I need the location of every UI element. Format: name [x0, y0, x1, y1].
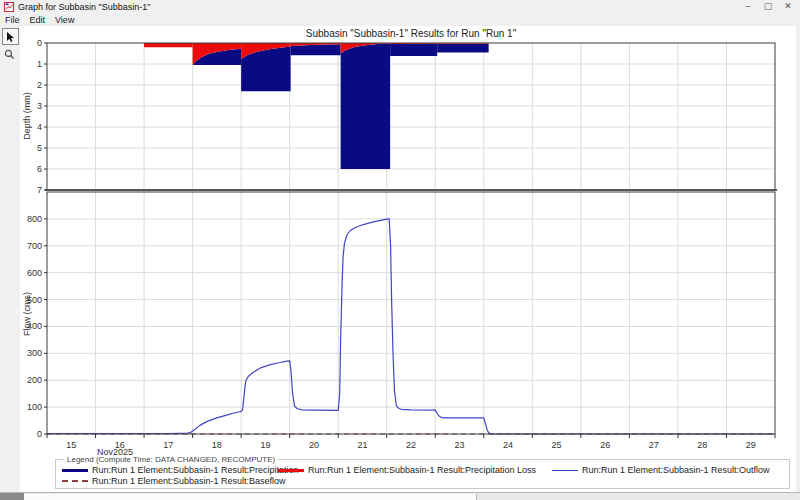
legend-label: Run:Run 1 Element:Subbasin-1 Result:Prec… — [92, 465, 299, 475]
menu-file[interactable]: File — [0, 15, 25, 25]
svg-text:26: 26 — [600, 440, 610, 450]
svg-text:800: 800 — [27, 214, 42, 224]
window-title: Graph for Subbasin "Subbasin-1" — [18, 2, 150, 12]
maximize-button[interactable]: ▢ — [760, 1, 776, 12]
legend: Legend (Compute Time: DATA CHANGED, RECO… — [55, 459, 790, 489]
precipitation-loss-swatch-icon — [278, 469, 304, 472]
svg-text:18: 18 — [212, 440, 222, 450]
svg-text:28: 28 — [697, 440, 707, 450]
svg-text:24: 24 — [503, 440, 513, 450]
graph-window: Graph for Subbasin "Subbasin-1" – ▢ ✕ Fi… — [0, 0, 800, 500]
zoom-tool-button[interactable] — [2, 47, 17, 62]
svg-text:2: 2 — [37, 80, 42, 90]
close-button[interactable]: ✕ — [780, 1, 796, 12]
svg-text:23: 23 — [455, 440, 465, 450]
magnifier-icon — [4, 49, 15, 60]
legend-label: Run:Run 1 Element:Subbasin-1 Result:Base… — [92, 476, 286, 486]
menu-view[interactable]: View — [50, 15, 79, 25]
bottom-strip-segment — [24, 494, 477, 500]
svg-text:17: 17 — [163, 440, 173, 450]
bottom-left-grip — [0, 493, 24, 500]
legend-item-precipitation: Run:Run 1 Element:Subbasin-1 Result:Prec… — [62, 465, 299, 475]
svg-text:4: 4 — [37, 122, 42, 132]
svg-text:5: 5 — [37, 143, 42, 153]
minimize-button[interactable]: – — [740, 1, 756, 12]
title-bar[interactable]: Graph for Subbasin "Subbasin-1" – ▢ ✕ — [0, 0, 800, 13]
legend-title: Legend (Compute Time: DATA CHANGED, RECO… — [64, 455, 278, 464]
precipitation-swatch-icon — [62, 469, 88, 472]
svg-text:200: 200 — [27, 375, 42, 385]
chart-panel: 0123456701002003004005006007008001516171… — [20, 26, 796, 492]
svg-text:29: 29 — [746, 440, 756, 450]
legend-item-precipitation-loss: Run:Run 1 Element:Subbasin-1 Result:Prec… — [278, 465, 536, 475]
precipitation-chart: 01234567 — [37, 38, 777, 195]
plots-canvas[interactable]: 0123456701002003004005006007008001516171… — [20, 26, 796, 492]
svg-text:27: 27 — [649, 440, 659, 450]
menu-bar: File Edit View — [0, 13, 800, 26]
legend-label: Run:Run 1 Element:Subbasin-1 Result:Prec… — [308, 465, 536, 475]
svg-text:100: 100 — [27, 402, 42, 412]
legend-item-baseflow: Run:Run 1 Element:Subbasin-1 Result:Base… — [62, 476, 286, 486]
svg-text:1: 1 — [37, 59, 42, 69]
svg-text:3: 3 — [37, 101, 42, 111]
window-icon — [4, 2, 14, 12]
bottom-strip — [0, 492, 800, 500]
svg-text:700: 700 — [27, 241, 42, 251]
legend-label: Run:Run 1 Element:Subbasin-1 Result:Outf… — [582, 465, 770, 475]
svg-text:25: 25 — [552, 440, 562, 450]
flow-chart: 0100200300400500600700800151617181920212… — [27, 192, 775, 450]
flow-axis-label: Flow (cms) — [22, 254, 34, 374]
menu-edit[interactable]: Edit — [25, 15, 51, 25]
outflow-swatch-icon — [552, 470, 578, 471]
svg-text:0: 0 — [37, 429, 42, 439]
svg-text:19: 19 — [260, 440, 270, 450]
svg-text:0: 0 — [37, 38, 42, 48]
baseflow-swatch-icon — [62, 480, 88, 482]
pointer-tool-button[interactable] — [2, 28, 19, 45]
svg-text:20: 20 — [309, 440, 319, 450]
svg-text:6: 6 — [37, 164, 42, 174]
depth-axis-label: Depth (mm) — [22, 56, 34, 176]
tool-column — [0, 26, 20, 492]
svg-text:22: 22 — [406, 440, 416, 450]
svg-text:21: 21 — [357, 440, 367, 450]
pointer-arrow-icon — [5, 31, 16, 43]
legend-item-outflow: Run:Run 1 Element:Subbasin-1 Result:Outf… — [552, 465, 770, 475]
svg-text:7: 7 — [37, 185, 42, 195]
chart-title: Subbasin "Subbasin-1" Results for Run "R… — [47, 28, 775, 39]
